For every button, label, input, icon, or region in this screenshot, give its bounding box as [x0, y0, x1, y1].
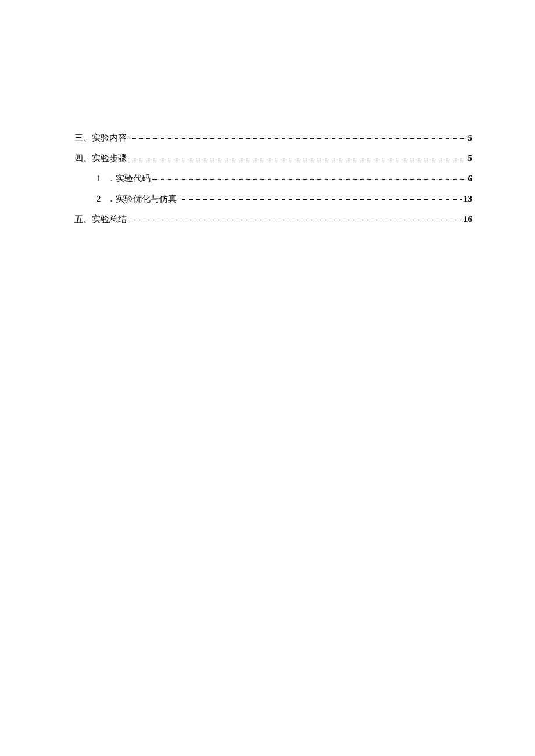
toc-entry-label: ．实验代码 — [107, 173, 151, 184]
table-of-contents: 三、实验内容 5 四、实验步骤 5 1 ．实验代码 6 2 ．实验优化与仿真 1… — [74, 132, 472, 225]
toc-entry-page: 5 — [468, 133, 473, 143]
toc-entry-label: 五、实验总结 — [74, 214, 127, 225]
toc-leader-dots — [129, 159, 466, 159]
toc-entry-number: 2 — [97, 194, 101, 204]
toc-entry-label: 三、实验内容 — [74, 132, 127, 144]
toc-entry-page: 6 — [468, 174, 473, 184]
toc-entry-page: 5 — [468, 153, 473, 163]
toc-entry: 五、实验总结 16 — [74, 214, 472, 225]
toc-entry-page: 13 — [463, 194, 472, 204]
toc-leader-dots — [179, 199, 462, 200]
toc-entry: 1 ．实验代码 6 — [97, 173, 472, 184]
toc-entry: 2 ．实验优化与仿真 13 — [97, 194, 472, 205]
toc-entry-label: 四、实验步骤 — [74, 153, 127, 164]
toc-entry-page: 16 — [463, 214, 472, 224]
toc-leader-dots — [129, 138, 466, 139]
toc-entry-label: ．实验优化与仿真 — [107, 194, 177, 205]
toc-leader-dots — [152, 179, 466, 180]
document-page: 三、实验内容 5 四、实验步骤 5 1 ．实验代码 6 2 ．实验优化与仿真 1… — [0, 0, 535, 225]
toc-entry: 三、实验内容 5 — [74, 132, 472, 144]
toc-leader-dots — [129, 220, 462, 220]
toc-entry-number: 1 — [97, 174, 101, 184]
toc-entry: 四、实验步骤 5 — [74, 153, 472, 164]
